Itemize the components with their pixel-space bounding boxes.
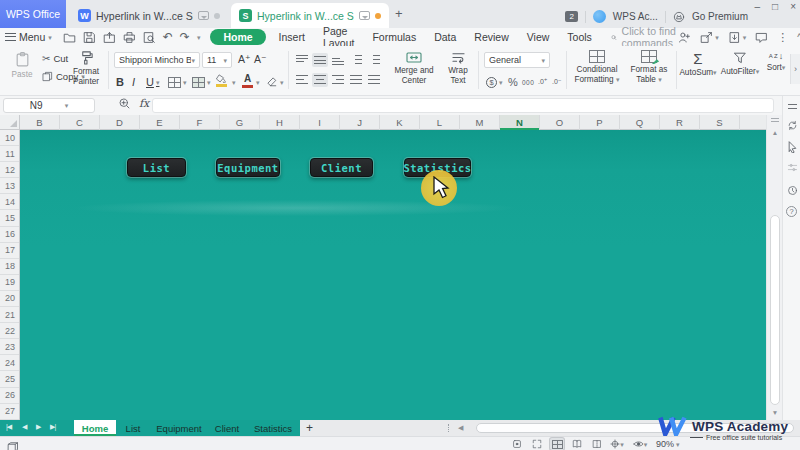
sort-button[interactable]: A Z ↓ Sort▾ [762, 51, 790, 73]
column-header[interactable]: S [700, 115, 740, 130]
column-header[interactable]: H [260, 115, 300, 130]
sheet-tab-equipment[interactable]: Equipment [150, 420, 208, 436]
column-header[interactable]: D [100, 115, 140, 130]
column-header[interactable]: E [140, 115, 180, 130]
wrap-text-button[interactable]: Wrap Text [442, 51, 474, 86]
doc-tab-spreadsheet-active[interactable]: S Hyperlink in W...ce Spreadsheet [231, 3, 389, 28]
pointer-tool-icon[interactable] [785, 140, 799, 154]
add-sheet-button[interactable]: + [306, 421, 313, 435]
fill-color-button[interactable] [216, 74, 227, 90]
page-layout-view-icon[interactable] [570, 438, 584, 450]
fill-color-caret[interactable]: ▾ [232, 74, 236, 90]
go-premium-button[interactable]: Go Premium [692, 11, 748, 22]
more-options-icon[interactable]: ⋮ [777, 31, 788, 44]
formula-input[interactable] [152, 98, 774, 113]
row-header[interactable]: 12 [0, 162, 20, 178]
decrease-font-button[interactable]: A⁻ [254, 53, 267, 65]
column-header[interactable]: M [460, 115, 500, 130]
sheet-tab-home[interactable]: Home [74, 420, 116, 436]
row-header[interactable]: 20 [0, 291, 20, 307]
column-header[interactable]: B [20, 115, 60, 130]
sheet-tab-client[interactable]: Client [208, 420, 246, 436]
export-pdf-button[interactable]: ▾ [728, 31, 747, 44]
row-header[interactable]: 25 [0, 371, 20, 387]
row-header[interactable]: 24 [0, 355, 20, 371]
percent-button[interactable]: % [508, 74, 518, 90]
fullscreen-icon[interactable] [530, 438, 544, 450]
align-right-button[interactable] [330, 73, 346, 87]
print-preview-icon[interactable] [143, 31, 156, 44]
align-center-button[interactable] [312, 73, 328, 87]
row-header[interactable]: 21 [0, 307, 20, 323]
cell-style-button[interactable]: ▾ [192, 74, 211, 90]
sheet-canvas[interactable]: List Equipment Client Statistics [20, 130, 766, 420]
next-sheet-icon[interactable]: ▶ [36, 423, 40, 431]
notification-badge[interactable]: 2 [565, 11, 577, 22]
row-header[interactable]: 13 [0, 178, 20, 194]
reading-mode-icon[interactable]: ▾ [630, 438, 650, 450]
sliders-icon[interactable] [785, 160, 799, 174]
column-header-selected[interactable]: N [500, 115, 540, 130]
column-header[interactable]: Q [620, 115, 660, 130]
wps-office-button[interactable]: WPS Office [0, 0, 66, 28]
column-header[interactable]: C [60, 115, 100, 130]
scroll-up-icon[interactable]: ▲ [767, 129, 783, 136]
insert-function-icon[interactable] [118, 97, 131, 110]
row-header[interactable]: 18 [0, 259, 20, 275]
hscroll-split-handle[interactable] [448, 424, 451, 432]
ribbon-expand-button[interactable]: › [790, 54, 800, 84]
paste-button[interactable]: Paste [6, 51, 38, 80]
distributed-button[interactable] [366, 73, 382, 87]
select-all-corner[interactable] [0, 115, 20, 130]
row-header[interactable]: 26 [0, 388, 20, 404]
column-header[interactable]: L [420, 115, 460, 130]
redo-icon[interactable]: ↷ [180, 30, 190, 44]
increase-font-button[interactable]: A⁺ [238, 53, 251, 65]
row-header[interactable]: 19 [0, 275, 20, 291]
ribbon-tab-page-layout[interactable]: Page Layout [314, 28, 364, 46]
last-sheet-icon[interactable]: ▶| [50, 423, 55, 431]
column-header[interactable]: P [580, 115, 620, 130]
column-header[interactable]: O [540, 115, 580, 130]
autofilter-button[interactable]: AutoFilter▾ [718, 51, 762, 77]
font-color-caret[interactable]: ▾ [256, 74, 260, 90]
ribbon-tab-review[interactable]: Review [465, 28, 517, 46]
custom-view-icon[interactable]: ▾ [610, 438, 624, 450]
row-header[interactable]: 10 [0, 130, 20, 146]
name-box[interactable]: N9 ▾ [3, 98, 95, 113]
scroll-down-icon[interactable]: ▼ [767, 409, 783, 416]
cell-mode-icon[interactable] [510, 438, 524, 450]
help-icon[interactable]: ? [786, 206, 797, 217]
comma-style-button[interactable]: 000 [522, 74, 534, 90]
sidebar-menu-icon[interactable] [785, 99, 799, 113]
justify-button[interactable] [348, 73, 364, 87]
sheet-tab-list[interactable]: List [116, 420, 150, 436]
menu-button[interactable]: Menu ▾ [0, 28, 57, 46]
font-family-select[interactable]: Shippori Mincho B1 ▾ [114, 52, 200, 68]
column-header[interactable]: F [180, 115, 220, 130]
align-top-button[interactable] [294, 53, 310, 67]
export-icon[interactable] [103, 31, 116, 44]
open-folder-icon[interactable] [63, 31, 76, 44]
hscroll-left-icon[interactable]: ◀ [458, 424, 463, 432]
prev-sheet-icon[interactable]: ◀ [22, 423, 26, 431]
align-left-button[interactable] [294, 73, 310, 87]
conditional-formatting-button[interactable]: Conditional Formatting ▾ [570, 50, 624, 85]
row-header[interactable]: 22 [0, 323, 20, 339]
align-middle-button[interactable] [312, 53, 328, 67]
row-header[interactable]: 15 [0, 210, 20, 226]
minimize-button[interactable]: – [755, 0, 761, 14]
borders-button[interactable]: ▾ [168, 74, 187, 90]
column-header[interactable]: K [380, 115, 420, 130]
column-header[interactable]: R [660, 115, 700, 130]
format-painter-button[interactable]: Format Painter [66, 50, 106, 87]
row-header[interactable]: 11 [0, 146, 20, 162]
undo-icon[interactable]: ↶ [163, 30, 173, 44]
split-handle[interactable] [771, 118, 779, 122]
normal-view-icon[interactable] [550, 438, 564, 450]
customize-qat-icon[interactable]: ▾ [197, 34, 201, 41]
sheet-button-equipment[interactable]: Equipment [216, 158, 280, 177]
account-avatar[interactable] [593, 10, 606, 23]
new-document-tab-button[interactable]: + [395, 6, 403, 21]
font-size-select[interactable]: 11 ▾ [202, 52, 232, 68]
